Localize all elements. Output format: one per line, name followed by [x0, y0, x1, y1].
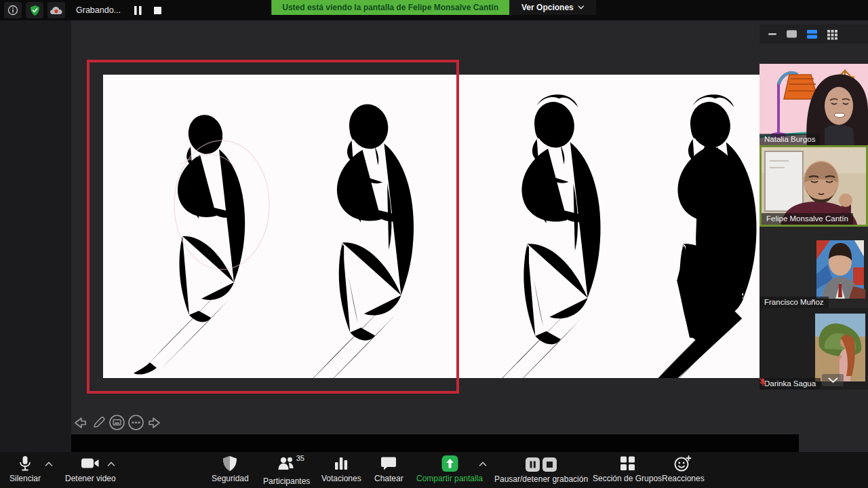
- recording-controls: Grabando...: [4, 2, 161, 18]
- annotate-pencil-icon[interactable]: [90, 415, 106, 431]
- top-bar: Grabando... Usted está viendo la pantall…: [0, 0, 868, 20]
- participants-count-badge: 35: [296, 454, 304, 462]
- pause-stop-recording-button[interactable]: Pausar/detener grabación: [494, 457, 588, 484]
- polls-label: Votaciones: [321, 474, 361, 483]
- info-icon: [7, 5, 18, 16]
- collapse-videos-button[interactable]: [822, 374, 844, 386]
- participants-icon: [277, 455, 296, 472]
- view-options-dropdown[interactable]: Ver Opciones: [509, 0, 597, 15]
- participant-tile[interactable]: Natalia Burgos: [760, 64, 868, 145]
- share-banner-text: Usted está viendo la pantalla de Felipe …: [271, 0, 509, 15]
- microphone-icon: [18, 455, 33, 472]
- polls-button[interactable]: Votaciones: [321, 455, 361, 483]
- prev-slide-arrow-icon[interactable]: [72, 415, 88, 431]
- gallery-grid-view-icon[interactable]: [827, 29, 838, 40]
- breakout-rooms-label: Sección de Grupos: [593, 474, 662, 483]
- security-shield-icon: [29, 5, 41, 16]
- breakout-rooms-button[interactable]: Sección de Grupos: [593, 455, 662, 483]
- participant-name: Darinka Sagua: [760, 378, 821, 390]
- darinka-avatar: [760, 308, 868, 390]
- mute-button[interactable]: Silenciar: [9, 455, 41, 483]
- security-button[interactable]: Seguridad: [212, 455, 249, 483]
- stop-video-label: Detener video: [65, 474, 116, 483]
- share-screen-button[interactable]: Compartir pantalla: [416, 455, 483, 483]
- participant-name: Felipe Monsalve Cantín: [762, 213, 853, 225]
- meeting-info-button[interactable]: [4, 2, 22, 18]
- francisco-avatar: [760, 227, 868, 308]
- participant-name: Natalia Burgos: [760, 134, 820, 145]
- more-options-icon[interactable]: [127, 414, 144, 431]
- pause-stop-recording-label: Pausar/detener grabación: [494, 474, 588, 484]
- cloud-recording-button[interactable]: [47, 2, 65, 18]
- figure-sketch-rendered: [626, 94, 756, 378]
- chevron-down-icon: [828, 377, 838, 383]
- mute-label: Silenciar: [9, 474, 41, 483]
- security-label: Seguridad: [212, 474, 249, 483]
- shared-screen-left-margin: [0, 20, 71, 452]
- stop-video-button[interactable]: Detener video: [65, 455, 116, 483]
- encryption-button[interactable]: [26, 2, 43, 18]
- reactions-smiley-icon: [674, 455, 692, 472]
- video-view-controls: [760, 24, 868, 43]
- participant-tile[interactable]: Darinka Sagua: [760, 308, 868, 390]
- figure-sketch-lines: [470, 94, 600, 378]
- red-annotation-rectangle: [87, 60, 459, 394]
- bottom-black-band: [71, 434, 799, 452]
- reactions-button[interactable]: Reacciones: [662, 455, 705, 483]
- screen-share-banner: Usted está viendo la pantalla de Felipe …: [271, 0, 596, 15]
- video-options-caret[interactable]: [107, 462, 115, 467]
- chevron-down-icon: [578, 5, 585, 10]
- muted-mic-icon: [760, 378, 766, 386]
- bar-chart-icon: [334, 455, 349, 472]
- zoom-meeting-window: Grabando... Usted está viendo la pantall…: [0, 0, 868, 488]
- reactions-label: Reacciones: [662, 474, 705, 483]
- participants-button[interactable]: 35 Participantes: [263, 455, 310, 486]
- participant-tile[interactable]: Francisco Muñoz: [760, 227, 868, 308]
- next-slide-arrow-icon[interactable]: [146, 415, 163, 431]
- share-screen-icon: [441, 455, 458, 472]
- participant-name: Francisco Muñoz: [760, 297, 829, 308]
- speaker-view-icon[interactable]: [786, 29, 797, 39]
- pause-recording-icon[interactable]: [134, 6, 142, 15]
- chat-bubble-icon: [380, 455, 397, 472]
- video-camera-icon: [81, 455, 100, 472]
- participant-tile-active-speaker[interactable]: Felipe Monsalve Cantín: [760, 145, 868, 227]
- pause-stop-recording-icons: [524, 457, 558, 472]
- shared-screen-area: [0, 20, 868, 452]
- slideshow-icon[interactable]: [108, 414, 125, 431]
- share-screen-label: Compartir pantalla: [416, 474, 483, 483]
- view-options-label: Ver Opciones: [521, 3, 574, 12]
- chat-button[interactable]: Chatear: [374, 455, 403, 483]
- shield-icon: [222, 455, 237, 472]
- minimize-videos-icon[interactable]: [768, 29, 777, 39]
- recording-cloud-icon: [50, 5, 63, 16]
- participants-label: Participantes: [263, 476, 310, 486]
- stop-recording-icon[interactable]: [154, 7, 161, 14]
- recording-status-label: Grabando...: [76, 5, 121, 15]
- presentation-nav-strip: [72, 414, 163, 431]
- mic-options-caret[interactable]: [45, 462, 53, 467]
- share-options-caret[interactable]: [479, 462, 487, 467]
- gallery-strip-view-icon[interactable]: [806, 29, 818, 39]
- breakout-rooms-grid-icon: [620, 455, 635, 472]
- natalia-video-frame: [760, 64, 868, 145]
- meeting-toolbar: Silenciar Detener video Seguridad: [0, 452, 868, 488]
- chat-label: Chatear: [374, 474, 403, 483]
